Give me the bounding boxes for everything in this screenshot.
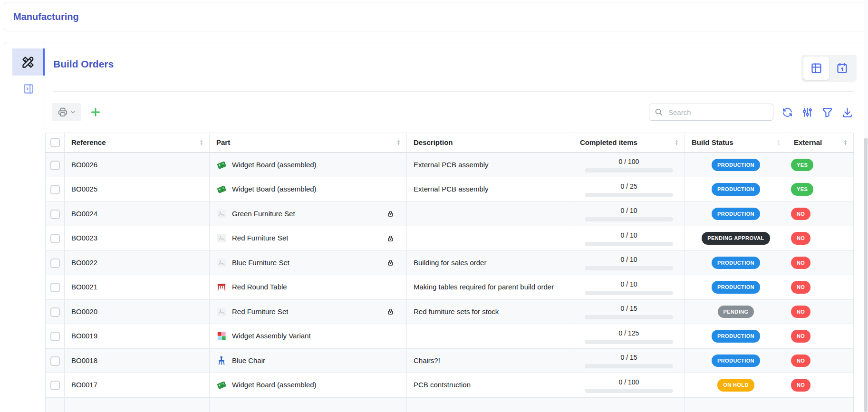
external-badge: NO xyxy=(791,232,810,245)
column-header-label: Build Status xyxy=(692,138,733,146)
print-actions-button[interactable] xyxy=(52,103,81,121)
column-header[interactable]: External xyxy=(787,133,854,153)
part-thumbnail-icon xyxy=(216,355,227,366)
table-body: BO0026 Widget Board (assembled) External… xyxy=(46,153,854,412)
row-checkbox[interactable] xyxy=(50,259,60,268)
part-name[interactable]: Blue Furniture Set xyxy=(232,258,289,268)
part-name[interactable]: Green Furniture Set xyxy=(232,209,295,220)
table-row[interactable]: BO0022 Blue Furniture Set Building for s… xyxy=(46,250,854,275)
external-badge: NO xyxy=(791,208,810,220)
search-box xyxy=(649,104,773,121)
column-header-label: Description xyxy=(414,138,453,146)
column-header-label: Reference xyxy=(71,138,106,146)
description-cell: External PCB assembly xyxy=(414,185,489,193)
part-name[interactable]: Widget Board (assembled) xyxy=(232,184,317,195)
column-header-label: Part xyxy=(216,138,230,146)
part-name[interactable]: Widget Assembly Variant xyxy=(232,331,311,342)
table-row[interactable]: BO0023 Red Furniture Set 0 / 10 PENDING … xyxy=(46,226,854,251)
row-checkbox[interactable] xyxy=(50,307,60,317)
row-checkbox[interactable] xyxy=(50,332,60,341)
row-checkbox[interactable] xyxy=(50,185,60,194)
table-row[interactable]: BO0024 Green Furniture Set 0 / 10 PRODUC… xyxy=(46,201,854,226)
part-name[interactable]: Red Furniture Set xyxy=(232,307,288,317)
part-thumbnail-icon xyxy=(216,233,227,243)
build-status-badge: PRODUCTION xyxy=(712,281,760,294)
sidebar-expand-button[interactable] xyxy=(12,78,45,99)
build-status-badge: PRODUCTION xyxy=(712,257,760,269)
plus-icon xyxy=(89,106,102,118)
table-row[interactable]: BO0021 Red Round Table Making tables req… xyxy=(46,275,854,300)
column-header[interactable]: Part xyxy=(210,133,407,153)
table-view-icon xyxy=(810,62,823,75)
build-status-badge: PRODUCTION xyxy=(712,183,760,196)
completed-count: 0 / 25 xyxy=(580,182,678,191)
part-thumbnail-icon xyxy=(216,209,227,219)
download-button[interactable] xyxy=(841,106,853,118)
table-row[interactable]: BO0020 Red Furniture Set Red furniture s… xyxy=(46,299,854,324)
adjustments-icon xyxy=(801,106,813,118)
column-header[interactable]: Reference xyxy=(65,133,210,153)
table-options-button[interactable] xyxy=(801,106,813,118)
completed-count: 0 / 100 xyxy=(580,157,678,166)
column-header[interactable]: Description xyxy=(407,133,573,153)
part-name[interactable]: Red Furniture Set xyxy=(232,233,288,244)
reference-cell: BO0026 xyxy=(71,161,97,169)
column-header[interactable]: Build Status xyxy=(685,133,787,153)
reference-cell: BO0017 xyxy=(71,381,97,389)
sort-icon xyxy=(842,139,849,145)
part-name[interactable]: Red Round Table xyxy=(232,282,287,293)
row-checkbox[interactable] xyxy=(50,161,60,170)
panel-content: Build Orders xyxy=(45,42,868,412)
progress-bar xyxy=(585,364,673,368)
progress-bar xyxy=(585,242,673,246)
table-row[interactable]: BO0019 Widget Assembly Variant 0 / 125 P… xyxy=(46,324,854,349)
reference-cell: BO0019 xyxy=(71,332,97,340)
column-header-label: External xyxy=(794,138,822,146)
completed-count: 0 / 10 xyxy=(580,279,678,289)
progress-bar xyxy=(585,266,673,270)
external-badge: YES xyxy=(791,183,813,196)
row-checkbox[interactable] xyxy=(50,283,60,292)
printer-icon xyxy=(58,107,68,117)
progress-bar xyxy=(585,340,673,344)
build-orders-panel: Build Orders xyxy=(4,42,868,412)
completed-count: 0 / 10 xyxy=(580,230,678,240)
scrollbar[interactable] xyxy=(864,0,868,412)
row-checkbox[interactable] xyxy=(50,356,60,366)
build-status-badge: PENDING APPROVAL xyxy=(702,232,770,245)
row-checkbox[interactable] xyxy=(50,234,60,243)
part-thumbnail-icon xyxy=(216,282,227,292)
part-name[interactable]: Blue Chair xyxy=(232,355,265,366)
progress-bar xyxy=(585,389,673,393)
column-header-label: Completed items xyxy=(580,138,637,146)
external-badge: NO xyxy=(791,257,810,269)
build-status-badge: PENDING xyxy=(718,306,754,318)
reference-cell: BO0020 xyxy=(71,307,97,316)
scrollbar-thumb[interactable] xyxy=(864,138,868,412)
table-row[interactable]: BO0026 Widget Board (assembled) External… xyxy=(46,153,854,177)
part-name[interactable]: Widget Board (assembled) xyxy=(232,160,317,171)
lock-icon xyxy=(386,307,400,316)
part-name[interactable]: Widget Board (assembled) xyxy=(232,380,317,391)
table-row[interactable]: BO0025 Widget Board (assembled) External… xyxy=(46,177,854,202)
table-row[interactable]: BO0018 Blue Chair Chairs?! 0 / 15 PRODUC… xyxy=(46,348,854,373)
select-all-checkbox[interactable] xyxy=(50,138,60,147)
row-checkbox[interactable] xyxy=(50,210,60,219)
row-checkbox[interactable] xyxy=(50,381,60,390)
add-build-order-button[interactable] xyxy=(89,106,102,118)
table-toolbar xyxy=(45,92,868,121)
external-badge: YES xyxy=(791,159,813,172)
reference-cell: BO0025 xyxy=(71,185,97,193)
search-input[interactable] xyxy=(667,108,768,117)
sort-icon xyxy=(776,139,782,145)
calendar-view-button[interactable] xyxy=(829,57,855,80)
build-orders-table: Reference Part Description Completed ite… xyxy=(45,133,854,412)
column-header[interactable]: Completed items xyxy=(573,133,685,153)
sort-icon xyxy=(198,139,204,145)
search-icon xyxy=(655,108,663,116)
table-row[interactable]: BO0017 Widget Board (assembled) PCB cont… xyxy=(46,373,854,398)
refresh-button[interactable] xyxy=(781,106,793,118)
filter-button[interactable] xyxy=(821,106,833,118)
table-view-button[interactable] xyxy=(803,57,829,80)
sidebar-item-build-orders[interactable] xyxy=(12,48,45,76)
